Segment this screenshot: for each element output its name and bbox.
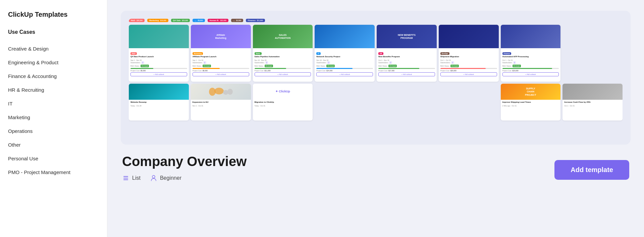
mini-add-subtask-button[interactable]: + Add subtask [502, 72, 559, 76]
sidebar-item-other[interactable]: Other [8, 138, 99, 152]
mini-card-badge: DevOps [440, 52, 449, 55]
mini-card-badge: Sales [255, 52, 262, 55]
mini-card-image-row2 [129, 84, 189, 100]
svg-point-3 [227, 89, 233, 95]
sidebar-item-finance[interactable]: Finance & Accounting [8, 69, 99, 83]
mini-card-date-row2: Today - Oct 28 [130, 105, 187, 107]
preview-cards-row2: Website RevampToday - Oct 28Expansion to… [129, 84, 623, 121]
sidebar-title: ClickUp Templates [8, 11, 99, 18]
mini-card-body: ITNetwork Security ProjectNov 16 - Nov 3… [315, 48, 375, 82]
preview-tag: Finance$11,000 [246, 19, 265, 22]
preview-tag: ...$3,500 [231, 19, 243, 22]
mini-card-stats: Stakeholders2 R&G StatusOn-track Project… [316, 61, 373, 72]
mini-card-title: Sales Pipeline Automation [255, 56, 311, 58]
mini-card-body: FinanceAutomated AFP ProcessingOct 1 - O… [501, 48, 561, 82]
mini-card: DevOpsShipment MigrationOct 1 - Oct 19 S… [439, 25, 499, 82]
use-cases-heading: Use Cases [8, 29, 99, 35]
mini-card-title-row2: Increase Cash Flow by 25% [564, 101, 621, 104]
meta-level-label: Beginner [160, 175, 181, 181]
mini-add-subtask-button[interactable]: + Add subtask [378, 72, 435, 76]
mini-card-title-row2: Migration to ClickUp [255, 101, 311, 104]
mini-add-subtask-button[interactable]: + Add subtask [440, 72, 497, 76]
sidebar-item-operations[interactable]: Operations [8, 124, 99, 138]
mini-add-subtask-button[interactable]: + Add subtask [130, 72, 187, 76]
mini-card-image [315, 25, 375, 48]
sidebar-item-pmo[interactable]: PMO - Project Management [8, 165, 99, 179]
sidebar-item-it[interactable]: IT [8, 97, 99, 110]
mini-card-badge: Finance [502, 52, 512, 55]
mini-card-body-row2: Migration to ClickUpToday - Oct 31 [253, 100, 313, 121]
preview-tag: Human R.$22,000 [208, 19, 228, 22]
mini-card-badge: Marketing [193, 52, 203, 55]
preview-cards-row1: R&DQ4 New Product LaunchSep 1 - Nov 30 S… [129, 25, 623, 82]
mini-card-title-row2: Website Revamp [130, 101, 187, 104]
mini-card-image-row2 [191, 84, 251, 100]
mini-card-title: Affiliate Program Launch [193, 56, 249, 58]
mini-card-title-row2: Expansion to EU [193, 101, 249, 104]
mini-card-body-row2: Expansion to EUNov 1 - Oct 31 [191, 100, 251, 121]
template-title: Company Overview [122, 154, 554, 169]
meta-type: List [122, 174, 141, 182]
mini-card-image [129, 25, 189, 48]
mini-card-empty [439, 84, 499, 121]
mini-card-image [439, 25, 499, 48]
mini-card-stats: Stakeholders2 R&G StatusOn-track Project… [193, 61, 249, 72]
main-content: R&D$20,500Marketing$18,000QA Sale$25,000… [107, 0, 644, 237]
mini-card: NEW BENEFITSPROGRAMHRNew Benefits Progra… [377, 25, 437, 82]
template-preview-card: R&D$20,500Marketing$18,000QA Sale$25,000… [121, 11, 631, 145]
meta-type-label: List [132, 175, 141, 181]
sidebar-item-personal[interactable]: Personal Use [8, 152, 99, 165]
mini-card-body: R&DQ4 New Product LaunchSep 1 - Nov 30 S… [129, 48, 189, 82]
mini-card-image-row2 [562, 84, 623, 100]
svg-rect-6 [123, 179, 128, 180]
mini-card-stats: Stakeholders2 R&G StatusOn-track Project… [255, 61, 311, 72]
preview-tag: ...$5,000 [193, 19, 205, 22]
mini-card-date-row2: 2 Wks ago - Oct 31 [502, 105, 559, 107]
mini-card: R&DQ4 New Product LaunchSep 1 - Nov 30 S… [129, 25, 189, 82]
svg-point-7 [152, 175, 155, 178]
sidebar: ClickUp Templates Use Cases Creative & D… [0, 0, 107, 237]
beginner-icon [150, 174, 157, 182]
mini-card-image [501, 25, 561, 48]
preview-tag: Marketing$18,000 [147, 19, 168, 22]
mini-card-date-row2: Today - Oct 31 [255, 105, 311, 107]
svg-point-1 [214, 88, 224, 94]
sidebar-item-hr[interactable]: HR & Recruiting [8, 83, 99, 97]
mini-card-body: DevOpsShipment MigrationOct 1 - Oct 19 S… [439, 48, 499, 82]
mini-card-body-row2: Improve Shipping Lead Times2 Wks ago - O… [501, 100, 561, 121]
mini-card-stats: Stakeholders2 R&G StatusOn-track Project… [502, 61, 559, 72]
svg-rect-5 [123, 178, 128, 178]
bottom-area: Company Overview List [121, 154, 631, 182]
mini-card-empty [377, 84, 437, 121]
mini-add-subtask-button[interactable]: + Add subtask [255, 72, 311, 76]
sidebar-item-engineering[interactable]: Engineering & Product [8, 56, 99, 69]
mini-card: ITNetwork Security ProjectNov 16 - Nov 3… [315, 25, 375, 82]
mini-card-body-row2: Increase Cash Flow by 25%Oct 1 - Oct 31 [562, 100, 623, 121]
mini-add-subtask-button[interactable]: + Add subtask [316, 72, 373, 76]
mini-card-badge: R&D [130, 52, 137, 55]
mini-card-image: AffiliateMarketing [191, 25, 251, 48]
mini-card-stats: Stakeholders2 R&G StatusOn-track Project… [440, 61, 497, 72]
mini-card-image: NEW BENEFITSPROGRAM [377, 25, 437, 48]
mini-card-title: Q4 New Product Launch [130, 56, 187, 58]
mini-card-title: Automated AFP Processing [502, 56, 559, 58]
preview-tag: R&D$20,500 [129, 19, 145, 22]
mini-card-body: MarketingAffiliate Program LaunchSep 1 -… [191, 48, 251, 82]
mini-add-subtask-button[interactable]: + Add subtask [193, 72, 249, 76]
mini-card-date-row2: Oct 1 - Oct 31 [564, 105, 621, 107]
mini-card-title: Shipment Migration [440, 56, 497, 58]
mini-card-date-row2: Nov 1 - Oct 31 [193, 105, 249, 107]
mini-card-body: SalesSales Pipeline AutomationNov 16 - N… [253, 48, 313, 82]
mini-card-row2: Increase Cash Flow by 25%Oct 1 - Oct 31 [562, 84, 623, 121]
list-icon [122, 174, 129, 182]
add-template-button[interactable]: Add template [554, 160, 629, 180]
mini-card-row2: Website RevampToday - Oct 28 [129, 84, 189, 121]
mini-card-badge: HR [378, 52, 383, 55]
mini-card: AffiliateMarketingMarketingAffiliate Pro… [191, 25, 251, 82]
mini-card-stats: Stakeholders2 R&G StatusOn-track Project… [378, 61, 435, 72]
sidebar-item-creative[interactable]: Creative & Design [8, 42, 99, 56]
preview-tag: QA Sale$25,000 [171, 19, 190, 22]
template-meta: List Beginner [122, 174, 554, 182]
preview-inner: R&D$20,500Marketing$18,000QA Sale$25,000… [129, 19, 623, 137]
sidebar-item-marketing[interactable]: Marketing [8, 110, 99, 124]
